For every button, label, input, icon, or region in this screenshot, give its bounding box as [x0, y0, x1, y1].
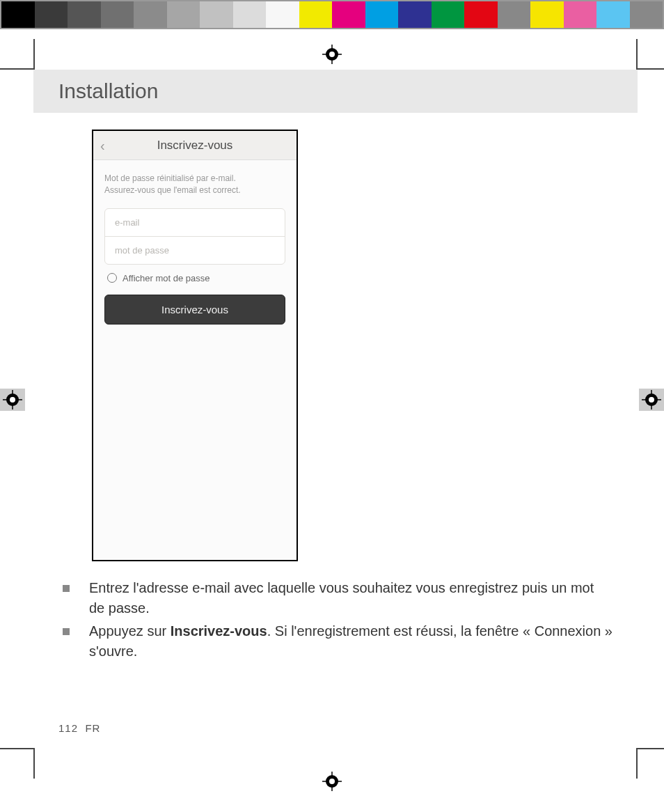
color-swatch [1, 1, 35, 28]
registration-mark-icon [322, 772, 342, 791]
color-swatch [398, 1, 432, 28]
svg-point-11 [10, 397, 15, 403]
color-swatch [432, 1, 465, 28]
color-swatch [134, 1, 167, 28]
password-field[interactable] [105, 237, 285, 264]
section-header: Installation [33, 70, 638, 113]
crop-mark [33, 39, 35, 70]
crop-mark [0, 748, 33, 749]
color-swatch [299, 1, 333, 28]
registration-mark-icon [642, 390, 661, 409]
phone-fields-group [104, 208, 285, 265]
color-swatch [35, 1, 68, 28]
phone-body: Mot de passe réinitialisé par e-mail. As… [93, 160, 297, 325]
color-swatch [464, 1, 498, 28]
color-swatch [101, 1, 134, 28]
page-content: Installation ‹ Inscrivez-vous Mot de pas… [33, 70, 638, 748]
color-swatch [564, 1, 597, 28]
color-swatch [200, 1, 233, 28]
show-password-label: Afficher mot de passe [122, 273, 210, 283]
instruction-text-pre: Appuyez sur [89, 623, 171, 639]
svg-point-3 [329, 52, 335, 57]
content-area: ‹ Inscrivez-vous Mot de passe réinitiali… [33, 113, 638, 662]
phone-header: ‹ Inscrivez-vous [93, 131, 297, 160]
crop-mark [636, 39, 638, 70]
color-swatch [596, 1, 630, 28]
email-field[interactable] [105, 209, 285, 236]
color-swatch [630, 1, 663, 28]
submit-button-label: Inscrivez-vous [161, 304, 228, 315]
instruction-list: Entrez l'adresse e-mail avec laquelle vo… [58, 578, 612, 662]
crop-mark [636, 748, 638, 779]
registration-mark-icon [322, 45, 342, 64]
instruction-text: Entrez l'adresse e-mail avec laquelle vo… [89, 580, 594, 616]
color-swatch [365, 1, 399, 28]
submit-button[interactable]: Inscrivez-vous [104, 295, 285, 325]
crop-mark [0, 68, 33, 70]
crop-mark [638, 68, 664, 70]
color-swatch [167, 1, 200, 28]
show-password-toggle[interactable]: Afficher mot de passe [107, 273, 285, 283]
back-icon[interactable]: ‹ [100, 137, 105, 153]
instruction-text-bold: Inscrivez-vous [171, 623, 267, 639]
phone-hint-line: Mot de passe réinitialisé par e-mail. [104, 173, 236, 183]
color-swatch [498, 1, 531, 28]
instruction-item: Appuyez sur Inscrivez-vous. Si l'enregis… [58, 621, 612, 662]
page-lang: FR [85, 722, 100, 734]
phone-hint-text: Mot de passe réinitialisé par e-mail. As… [104, 173, 285, 197]
color-swatch [266, 1, 299, 28]
svg-point-7 [329, 779, 335, 784]
instruction-item: Entrez l'adresse e-mail avec laquelle vo… [58, 578, 612, 618]
phone-screen-title: Inscrivez-vous [93, 139, 297, 153]
phone-hint-line: Assurez-vous que l'email est correct. [104, 185, 241, 195]
svg-point-15 [649, 397, 654, 403]
crop-mark [33, 748, 35, 779]
color-swatch [68, 1, 101, 28]
color-swatch [332, 1, 365, 28]
color-calibration-bar [0, 0, 664, 29]
radio-icon [107, 273, 117, 283]
color-swatch [530, 1, 564, 28]
registration-mark-icon [3, 390, 22, 409]
phone-screenshot: ‹ Inscrivez-vous Mot de passe réinitiali… [92, 130, 298, 561]
page-number: 112 [58, 722, 78, 734]
page-footer: 112 FR [58, 722, 100, 734]
section-title: Installation [58, 79, 158, 102]
color-swatch [233, 1, 267, 28]
crop-mark [638, 748, 664, 749]
